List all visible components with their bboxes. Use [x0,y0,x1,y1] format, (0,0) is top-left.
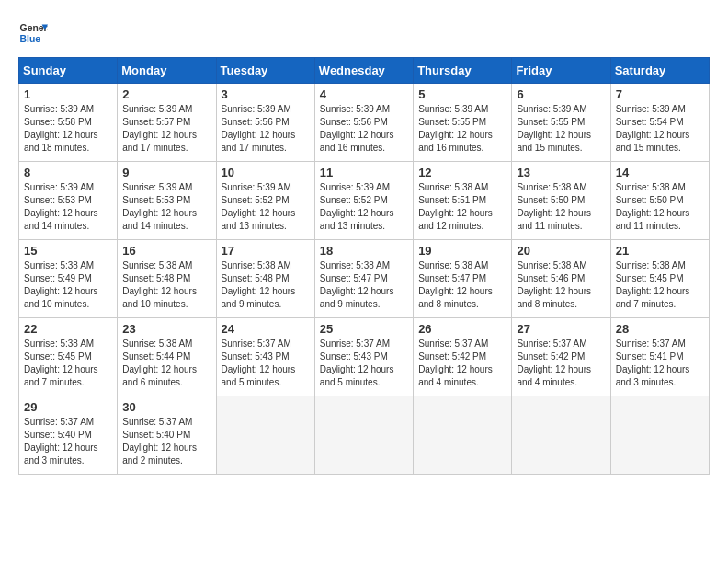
day-number: 13 [517,166,605,179]
day-info: Sunrise: 5:37 AM Sunset: 5:43 PM Dayligh… [222,338,310,389]
day-header-friday: Friday [512,58,610,84]
day-header-thursday: Thursday [414,58,512,84]
day-cell-1: 1Sunrise: 5:39 AM Sunset: 5:58 PM Daylig… [19,84,118,162]
day-info: Sunrise: 5:39 AM Sunset: 5:52 PM Dayligh… [222,181,310,233]
day-info: Sunrise: 5:39 AM Sunset: 5:56 PM Dayligh… [222,103,310,155]
day-info: Sunrise: 5:37 AM Sunset: 5:43 PM Dayligh… [320,338,408,389]
day-info: Sunrise: 5:39 AM Sunset: 5:54 PM Dayligh… [616,103,704,155]
day-cell-29: 29Sunrise: 5:37 AM Sunset: 5:40 PM Dayli… [19,396,118,475]
day-number: 30 [122,400,210,414]
day-number: 25 [320,322,408,336]
day-cell-21: 21Sunrise: 5:38 AM Sunset: 5:45 PM Dayli… [610,240,709,318]
day-cell-20: 20Sunrise: 5:38 AM Sunset: 5:46 PM Dayli… [512,240,610,318]
day-number: 29 [24,400,112,414]
day-number: 19 [418,244,506,258]
day-info: Sunrise: 5:37 AM Sunset: 5:40 PM Dayligh… [24,416,112,467]
day-info: Sunrise: 5:38 AM Sunset: 5:45 PM Dayligh… [24,338,112,389]
week-row-5: 29Sunrise: 5:37 AM Sunset: 5:40 PM Dayli… [19,396,710,475]
day-cell-13: 13Sunrise: 5:38 AM Sunset: 5:50 PM Dayli… [512,162,610,240]
day-cell-empty [414,396,512,475]
day-cell-empty [512,396,610,475]
day-number: 27 [517,322,605,336]
day-number: 11 [320,166,408,179]
day-info: Sunrise: 5:39 AM Sunset: 5:53 PM Dayligh… [122,181,210,233]
day-header-tuesday: Tuesday [216,58,314,84]
svg-text:Blue: Blue [20,34,41,44]
day-number: 28 [616,322,704,336]
day-cell-22: 22Sunrise: 5:38 AM Sunset: 5:45 PM Dayli… [19,318,118,396]
day-cell-26: 26Sunrise: 5:37 AM Sunset: 5:42 PM Dayli… [414,318,512,396]
calendar-table: SundayMondayTuesdayWednesdayThursdayFrid… [18,57,710,475]
day-info: Sunrise: 5:39 AM Sunset: 5:58 PM Dayligh… [24,103,112,155]
day-number: 4 [320,87,408,101]
day-cell-16: 16Sunrise: 5:38 AM Sunset: 5:48 PM Dayli… [118,240,216,318]
day-header-saturday: Saturday [610,58,709,84]
day-info: Sunrise: 5:39 AM Sunset: 5:53 PM Dayligh… [24,181,112,233]
day-info: Sunrise: 5:38 AM Sunset: 5:50 PM Dayligh… [616,181,704,233]
calendar-header-row: SundayMondayTuesdayWednesdayThursdayFrid… [19,58,710,84]
day-cell-30: 30Sunrise: 5:37 AM Sunset: 5:40 PM Dayli… [118,396,216,475]
day-info: Sunrise: 5:39 AM Sunset: 5:55 PM Dayligh… [517,103,605,155]
day-header-sunday: Sunday [19,58,118,84]
day-cell-empty [610,396,709,475]
day-number: 21 [616,244,704,258]
day-header-monday: Monday [118,58,216,84]
day-cell-27: 27Sunrise: 5:37 AM Sunset: 5:42 PM Dayli… [512,318,610,396]
week-row-2: 8Sunrise: 5:39 AM Sunset: 5:53 PM Daylig… [19,162,710,240]
day-number: 1 [24,87,112,101]
day-number: 12 [418,166,506,179]
day-number: 20 [517,244,605,258]
logo: General Blue [18,18,48,48]
day-cell-14: 14Sunrise: 5:38 AM Sunset: 5:50 PM Dayli… [610,162,709,240]
day-cell-4: 4Sunrise: 5:39 AM Sunset: 5:56 PM Daylig… [314,84,413,162]
day-info: Sunrise: 5:38 AM Sunset: 5:49 PM Dayligh… [24,259,112,311]
day-number: 17 [222,244,310,258]
day-cell-8: 8Sunrise: 5:39 AM Sunset: 5:53 PM Daylig… [19,162,118,240]
day-cell-23: 23Sunrise: 5:38 AM Sunset: 5:44 PM Dayli… [118,318,216,396]
day-cell-12: 12Sunrise: 5:38 AM Sunset: 5:51 PM Dayli… [414,162,512,240]
day-cell-2: 2Sunrise: 5:39 AM Sunset: 5:57 PM Daylig… [118,84,216,162]
day-number: 3 [222,87,310,101]
day-info: Sunrise: 5:38 AM Sunset: 5:48 PM Dayligh… [222,259,310,311]
day-info: Sunrise: 5:38 AM Sunset: 5:44 PM Dayligh… [122,338,210,389]
day-cell-19: 19Sunrise: 5:38 AM Sunset: 5:47 PM Dayli… [414,240,512,318]
day-number: 15 [24,244,112,258]
day-info: Sunrise: 5:39 AM Sunset: 5:52 PM Dayligh… [320,181,408,233]
day-number: 14 [616,166,704,179]
day-info: Sunrise: 5:37 AM Sunset: 5:42 PM Dayligh… [418,338,506,389]
day-number: 8 [24,166,112,179]
day-info: Sunrise: 5:37 AM Sunset: 5:42 PM Dayligh… [517,338,605,389]
day-number: 16 [122,244,210,258]
day-number: 9 [122,166,210,179]
day-number: 26 [418,322,506,336]
day-cell-18: 18Sunrise: 5:38 AM Sunset: 5:47 PM Dayli… [314,240,413,318]
day-number: 6 [517,87,605,101]
week-row-4: 22Sunrise: 5:38 AM Sunset: 5:45 PM Dayli… [19,318,710,396]
day-cell-25: 25Sunrise: 5:37 AM Sunset: 5:43 PM Dayli… [314,318,413,396]
day-info: Sunrise: 5:37 AM Sunset: 5:41 PM Dayligh… [616,338,704,389]
day-info: Sunrise: 5:39 AM Sunset: 5:56 PM Dayligh… [320,103,408,155]
week-row-1: 1Sunrise: 5:39 AM Sunset: 5:58 PM Daylig… [19,84,710,162]
day-number: 18 [320,244,408,258]
day-number: 5 [418,87,506,101]
day-info: Sunrise: 5:38 AM Sunset: 5:45 PM Dayligh… [616,259,704,311]
page-header: General Blue [18,18,710,48]
day-cell-17: 17Sunrise: 5:38 AM Sunset: 5:48 PM Dayli… [216,240,314,318]
week-row-3: 15Sunrise: 5:38 AM Sunset: 5:49 PM Dayli… [19,240,710,318]
day-number: 2 [122,87,210,101]
day-number: 7 [616,87,704,101]
day-cell-15: 15Sunrise: 5:38 AM Sunset: 5:49 PM Dayli… [19,240,118,318]
day-info: Sunrise: 5:38 AM Sunset: 5:47 PM Dayligh… [418,259,506,311]
day-info: Sunrise: 5:38 AM Sunset: 5:46 PM Dayligh… [517,259,605,311]
day-info: Sunrise: 5:38 AM Sunset: 5:51 PM Dayligh… [418,181,506,233]
day-info: Sunrise: 5:37 AM Sunset: 5:40 PM Dayligh… [122,416,210,467]
day-cell-10: 10Sunrise: 5:39 AM Sunset: 5:52 PM Dayli… [216,162,314,240]
day-cell-9: 9Sunrise: 5:39 AM Sunset: 5:53 PM Daylig… [118,162,216,240]
day-number: 23 [122,322,210,336]
day-info: Sunrise: 5:39 AM Sunset: 5:55 PM Dayligh… [418,103,506,155]
logo-icon: General Blue [18,18,48,48]
day-cell-6: 6Sunrise: 5:39 AM Sunset: 5:55 PM Daylig… [512,84,610,162]
day-cell-7: 7Sunrise: 5:39 AM Sunset: 5:54 PM Daylig… [610,84,709,162]
day-info: Sunrise: 5:38 AM Sunset: 5:47 PM Dayligh… [320,259,408,311]
day-number: 24 [222,322,310,336]
